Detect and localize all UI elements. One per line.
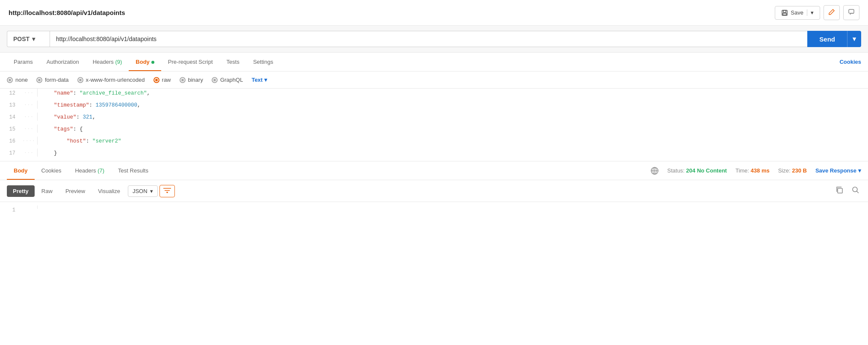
tab-headers[interactable]: Headers (9) (86, 53, 129, 71)
line-num-15: 15 (0, 125, 21, 134)
time-label: Time: 438 ms (735, 167, 770, 174)
copy-button[interactable] (834, 184, 845, 197)
save-label: Save (791, 9, 803, 16)
line-num-13: 13 (0, 101, 21, 110)
radio-urlencoded[interactable]: x-www-form-urlencoded (77, 77, 145, 83)
resp-tab-body[interactable]: Body (7, 161, 35, 180)
request-tabs-list: Params Authorization Headers (9) Body Pr… (7, 53, 280, 71)
text-type-label: Text (251, 77, 263, 83)
fmt-tab-visualize[interactable]: Visualize (92, 185, 126, 197)
status-text-label: Status: (667, 167, 686, 174)
tab-tests-label: Tests (227, 59, 239, 65)
svg-point-11 (853, 187, 857, 192)
url-input[interactable] (50, 31, 807, 47)
time-value: 438 ms (751, 167, 770, 174)
response-gutter-1 (21, 205, 38, 209)
fmt-tab-pretty-label: Pretty (13, 188, 29, 194)
resp-tab-headers[interactable]: Headers (7) (68, 161, 111, 180)
filter-button[interactable] (159, 185, 175, 197)
radio-binary[interactable]: binary (180, 77, 203, 83)
line-num-14: 14 (0, 113, 21, 122)
body-type-row: none form-data x-www-form-urlencoded raw… (0, 71, 868, 89)
save-button[interactable]: Save ▾ (775, 6, 820, 20)
size-label: Size: 230 B (778, 167, 807, 174)
save-chevron[interactable]: ▾ (807, 9, 814, 16)
resp-tab-cookies[interactable]: Cookies (35, 161, 68, 180)
radio-form-data-circle (36, 77, 42, 83)
response-code-1 (38, 205, 44, 209)
response-line-num-1: 1 (0, 205, 21, 215)
save-response-label: Save Response (815, 167, 856, 174)
gutter-12: · · · (21, 89, 38, 97)
radio-raw-label: raw (162, 77, 171, 83)
request-tabs-row: Params Authorization Headers (9) Body Pr… (0, 53, 868, 71)
response-meta: Status: 204 No Content Time: 438 ms Size… (650, 167, 861, 175)
tab-settings[interactable]: Settings (246, 53, 280, 71)
method-select[interactable]: POST ▾ (7, 31, 50, 47)
radio-none-circle (7, 77, 13, 83)
fmt-tab-preview[interactable]: Preview (59, 185, 91, 197)
response-line-1: 1 (0, 205, 868, 217)
tab-body[interactable]: Body (129, 53, 161, 71)
code-editor-wrapper: 12 · · · "name": "archive_file_search", … (0, 89, 868, 161)
tab-tests[interactable]: Tests (220, 53, 246, 71)
response-tabs-row: Body Cookies Headers (7) Test Results St… (0, 161, 868, 180)
json-type-select[interactable]: JSON ▾ (128, 185, 158, 197)
line-code-12: "name": "archive_file_search", (38, 89, 154, 98)
send-button[interactable]: Send ▾ (807, 31, 861, 47)
code-line-13: 13 · · · "timestamp": 1359786400000, (0, 101, 868, 113)
radio-graphql-label: GraphQL (220, 77, 243, 83)
line-num-17: 17 (0, 149, 21, 158)
search-icon (852, 186, 859, 194)
radio-raw[interactable]: raw (154, 77, 171, 83)
radio-form-data[interactable]: form-data (36, 77, 69, 83)
svg-rect-1 (783, 10, 786, 12)
line-num-12: 12 (0, 89, 21, 98)
radio-binary-circle (180, 77, 186, 83)
edit-button[interactable] (824, 5, 840, 20)
fmt-tab-pretty[interactable]: Pretty (7, 185, 35, 197)
code-line-15: 15 · · · "tags": { (0, 125, 868, 137)
text-type-dropdown[interactable]: Text ▾ (251, 77, 267, 83)
code-editor[interactable]: 12 · · · "name": "archive_file_search", … (0, 89, 868, 161)
radio-none[interactable]: none (7, 77, 28, 83)
line-code-17: } (38, 149, 61, 158)
svg-rect-10 (838, 188, 842, 193)
size-value: 230 B (792, 167, 807, 174)
save-response-chevron: ▾ (858, 167, 861, 174)
resp-tab-test-results[interactable]: Test Results (111, 161, 155, 180)
fmt-tab-visualize-label: Visualize (98, 188, 120, 194)
status-value: 204 No Content (686, 167, 727, 174)
tab-params-label: Params (14, 59, 33, 65)
tab-pre-request[interactable]: Pre-request Script (161, 53, 220, 71)
radio-graphql-circle (212, 77, 218, 83)
gutter-13: · · · (21, 101, 38, 109)
code-line-12: 12 · · · "name": "archive_file_search", (0, 89, 868, 101)
status-label: Status: 204 No Content (667, 167, 727, 174)
cookies-link[interactable]: Cookies (839, 59, 861, 65)
send-label: Send (807, 31, 847, 47)
comment-button[interactable] (843, 5, 859, 20)
fmt-tab-raw[interactable]: Raw (35, 185, 59, 197)
line-code-13: "timestamp": 1359786400000, (38, 101, 144, 110)
format-tabs: Pretty Raw Preview Visualize (7, 185, 126, 197)
search-button[interactable] (850, 184, 861, 197)
top-bar-actions: Save ▾ (775, 5, 859, 20)
resp-tab-headers-label: Headers (7) (75, 167, 104, 174)
json-type-label: JSON (133, 188, 148, 194)
json-type-chevron: ▾ (150, 188, 153, 194)
save-response-button[interactable]: Save Response ▾ (815, 167, 861, 174)
gutter-14: · · · (21, 113, 38, 121)
svg-rect-2 (783, 13, 786, 15)
line-code-15: "tags": { (38, 125, 86, 134)
tab-pre-request-label: Pre-request Script (168, 59, 213, 65)
tab-authorization[interactable]: Authorization (40, 53, 86, 71)
svg-line-12 (857, 191, 859, 193)
send-chevron[interactable]: ▾ (847, 31, 861, 47)
line-num-16: 16 (0, 137, 21, 146)
resp-tab-body-label: Body (14, 167, 28, 174)
tab-params[interactable]: Params (7, 53, 40, 71)
radio-graphql[interactable]: GraphQL (212, 77, 243, 83)
resp-tab-cookies-label: Cookies (41, 167, 62, 174)
response-body: 1 (0, 202, 868, 253)
